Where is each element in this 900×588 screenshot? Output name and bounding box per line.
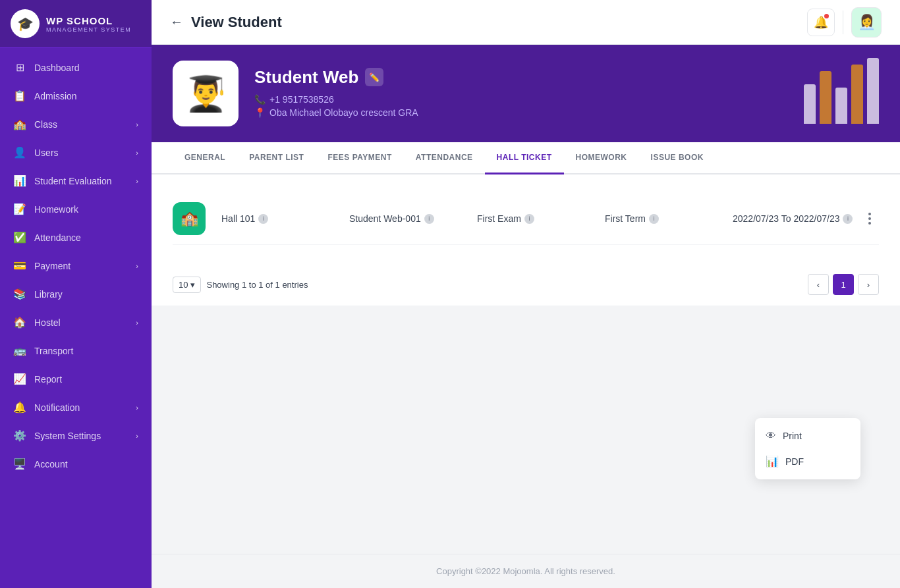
notification-button[interactable]: 🔔 [807,9,835,36]
edit-profile-button[interactable]: ✏️ [365,68,383,86]
nav-icon-attendance: ✅ [13,231,26,244]
nav-icon-users: 👤 [13,146,26,159]
sidebar-item-notification[interactable]: 🔔 Notification › [0,393,152,421]
header-left: ← View Student [170,14,282,31]
page-1-button[interactable]: 1 [833,274,854,295]
profile-address: 📍 Oba Michael Olobayo crescent GRA [254,107,879,118]
nav-label-transport: Transport [34,346,73,356]
next-page-button[interactable]: › [858,274,879,295]
user-avatar[interactable]: 👩‍💼 [851,7,882,38]
sidebar-nav: ⊞ Dashboard 📋 Admission 🏫 Class › 👤 User… [0,48,152,588]
nav-icon-student-evaluation: 📊 [13,174,26,187]
dropdown-item-pdf[interactable]: 📊 PDF [755,448,860,474]
exam-col: First Exam i [477,213,605,224]
dropdown-label-print: Print [783,431,802,441]
pagination-area: 10 ▾ Showing 1 to 1 of 1 entries ‹ 1 › [152,263,900,306]
nav-label-system-settings: System Settings [34,431,101,441]
dropdown-icon-pdf: 📊 [766,455,779,468]
page-title: View Student [191,14,282,31]
sidebar-item-library[interactable]: 📚 Library [0,280,152,308]
nav-label-class: Class [34,119,57,130]
nav-icon-homework: 📝 [13,203,26,215]
sidebar-item-student-evaluation[interactable]: 📊 Student Evaluation › [0,167,152,195]
nav-icon-dashboard: ⊞ [13,61,26,74]
nav-label-student-evaluation: Student Evaluation [34,176,112,186]
sidebar-item-report[interactable]: 📈 Report [0,365,152,393]
footer: Copyright ©2022 Mojoomla. All rights res… [152,554,900,588]
sidebar-item-payment[interactable]: 💳 Payment › [0,252,152,280]
tab-general[interactable]: GENERAL [173,142,237,174]
student-info-icon[interactable]: i [424,214,434,224]
nav-label-account: Account [34,459,68,469]
address-icon: 📍 [254,107,266,118]
tab-attendance[interactable]: ATTENDANCE [404,142,485,174]
tab-parent-list[interactable]: PARENT LIST [237,142,316,174]
main-content: ← View Student 🔔 👩‍💼 👨‍🎓 Student Web [152,0,900,588]
profile-info: Student Web ✏️ 📞 +1 9517538526 📍 Oba Mic… [254,67,879,120]
more-dot-3 [868,222,871,225]
per-page-dropdown[interactable]: 10 ▾ [173,277,201,293]
date-range-col: 2022/07/23 To 2022/07/23 i [733,213,860,224]
sidebar-item-system-settings[interactable]: ⚙️ System Settings › [0,421,152,450]
logo-text: WP SCHOOL MANAGEMENT SYSTEM [46,15,131,33]
nav-icon-system-settings: ⚙️ [13,429,26,442]
notification-dot [824,14,829,18]
brand-subtitle: MANAGEMENT SYSTEM [46,26,131,33]
nav-chevron-class: › [136,120,138,128]
hall-icon: 🏫 [173,202,206,235]
sidebar-item-dashboard[interactable]: ⊞ Dashboard [0,53,152,82]
chart-bar-0 [804,84,816,124]
sidebar-item-class[interactable]: 🏫 Class › [0,110,152,138]
nav-label-report: Report [34,374,62,385]
nav-chevron-payment: › [136,262,138,270]
tab-homework[interactable]: HOMEWORK [564,142,639,174]
sidebar-item-homework[interactable]: 📝 Homework [0,195,152,223]
exam-info-icon[interactable]: i [524,214,534,224]
header-divider [843,11,843,34]
dropdown-item-print[interactable]: 👁 Print [755,423,860,448]
tab-issue-book[interactable]: ISSUE BOOK [639,142,716,174]
nav-icon-transport: 🚌 [13,344,26,357]
table-area: 🏫 Hall 101 i Student Web-001 i First Exa… [152,174,900,263]
nav-label-admission: Admission [34,91,77,101]
profile-banner: 👨‍🎓 Student Web ✏️ 📞 +1 9517538526 📍 Oba… [152,45,900,142]
sidebar-item-account[interactable]: 🖥️ Account [0,450,152,478]
nav-icon-admission: 📋 [13,90,26,102]
tab-hall-ticket[interactable]: HALL TICKET [485,142,564,174]
more-options-button[interactable] [860,209,879,228]
dropdown-icon-print: 👁 [766,430,776,442]
nav-label-payment: Payment [34,261,70,271]
hall-name: Hall 101 i [221,213,349,224]
entries-info: Showing 1 to 1 of 1 entries [206,280,308,290]
select-chevron-icon: ▾ [190,280,195,290]
header-right: 🔔 👩‍💼 [807,7,882,38]
sidebar-item-hostel[interactable]: 🏠 Hostel › [0,308,152,336]
nav-icon-report: 📈 [13,373,26,385]
edit-icon: ✏️ [369,72,380,82]
nav-chevron-hostel: › [136,319,138,327]
term-info-icon[interactable]: i [649,214,659,224]
tab-fees-payment[interactable]: FEES PAYMENT [316,142,403,174]
footer-text: Copyright ©2022 Mojoomla. All rights res… [436,566,615,576]
date-info-icon[interactable]: i [843,214,853,224]
profile-avatar: 👨‍🎓 [173,61,239,126]
sidebar-item-attendance[interactable]: ✅ Attendance [0,223,152,252]
nav-icon-payment: 💳 [13,259,26,272]
sidebar-item-transport[interactable]: 🚌 Transport [0,336,152,365]
tabs-bar: GENERALPARENT LISTFEES PAYMENTATTENDANCE… [152,142,900,174]
sidebar-item-users[interactable]: 👤 Users › [0,138,152,167]
nav-chevron-notification: › [136,404,138,412]
nav-label-hostel: Hostel [34,317,61,328]
prev-page-button[interactable]: ‹ [808,274,829,295]
nav-label-homework: Homework [34,204,78,215]
sidebar-item-admission[interactable]: 📋 Admission [0,82,152,110]
brand-title: WP SCHOOL [46,15,131,26]
hall-info-icon[interactable]: i [258,214,268,224]
dropdown-menu: 👁 Print 📊 PDF [755,418,860,479]
nav-chevron-system-settings: › [136,432,138,440]
nav-chevron-student-evaluation: › [136,177,138,185]
nav-label-attendance: Attendance [34,232,81,243]
back-button[interactable]: ← [170,14,183,30]
profile-phone: 📞 +1 9517538526 [254,94,879,105]
more-dot-1 [868,213,871,215]
